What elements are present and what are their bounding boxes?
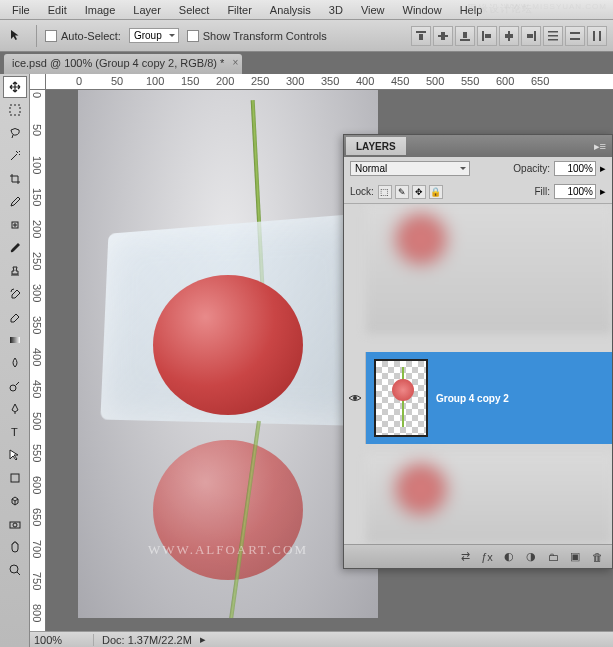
move-tool[interactable]	[3, 76, 27, 98]
align-vcenter-icon[interactable]	[433, 26, 453, 46]
svg-rect-7	[485, 34, 491, 38]
ruler-horizontal[interactable]: 0 50 100 150 200 250 300 350 400 450 500…	[46, 74, 613, 90]
gradient-tool[interactable]	[3, 329, 27, 351]
align-right-icon[interactable]	[521, 26, 541, 46]
3d-tool[interactable]	[3, 490, 27, 512]
layer-style-icon[interactable]: ƒx	[478, 549, 496, 565]
eyedropper-tool[interactable]	[3, 191, 27, 213]
layers-panel: LAYERS ▸≡ Normal Opacity: ▸ Lock: ⬚ ✎ ✥ …	[343, 134, 613, 569]
divider	[36, 25, 37, 47]
layer-row-body[interactable]: Group 4 copy 2	[366, 352, 612, 444]
ruler-tick: 650	[531, 75, 549, 87]
camera-tool[interactable]	[3, 513, 27, 535]
link-layers-icon[interactable]: ⇄	[456, 549, 474, 565]
auto-select-checkbox[interactable]: Auto-Select:	[45, 30, 121, 42]
doc-info-flyout-icon[interactable]: ▸	[200, 633, 206, 646]
align-top-icon[interactable]	[411, 26, 431, 46]
layer-thumbnail[interactable]	[374, 359, 428, 437]
fill-flyout-icon[interactable]: ▸	[600, 185, 606, 198]
svg-rect-14	[548, 39, 558, 41]
opacity-input[interactable]	[554, 161, 596, 176]
layer-row-blurred	[366, 454, 612, 544]
opacity-flyout-icon[interactable]: ▸	[600, 162, 606, 175]
layer-row-blurred	[366, 204, 612, 334]
brush-tool[interactable]	[3, 237, 27, 259]
svg-rect-18	[599, 31, 601, 41]
menu-view[interactable]: View	[353, 2, 393, 18]
layers-panel-tabs: LAYERS ▸≡	[344, 135, 612, 157]
blend-mode-dropdown[interactable]: Normal	[350, 161, 470, 176]
distribute-v-icon[interactable]	[565, 26, 585, 46]
lock-all-icon[interactable]: 🔒	[429, 185, 443, 199]
layer-name[interactable]: Group 4 copy 2	[436, 393, 509, 404]
menu-window[interactable]: Window	[395, 2, 450, 18]
menu-3d[interactable]: 3D	[321, 2, 351, 18]
lock-pixels-icon[interactable]: ✎	[395, 185, 409, 199]
menu-file[interactable]: File	[4, 2, 38, 18]
zoom-tool[interactable]	[3, 559, 27, 581]
layers-tab[interactable]: LAYERS	[346, 137, 406, 155]
ruler-tick: 350	[321, 75, 339, 87]
tool-palette: T	[0, 74, 30, 647]
new-layer-icon[interactable]: ▣	[566, 549, 584, 565]
align-bottom-icon[interactable]	[455, 26, 475, 46]
stamp-tool[interactable]	[3, 260, 27, 282]
document-tab[interactable]: ice.psd @ 100% (Group 4 copy 2, RGB/8) *…	[4, 54, 242, 74]
menu-image[interactable]: Image	[77, 2, 124, 18]
shape-tool[interactable]	[3, 467, 27, 489]
menu-select[interactable]: Select	[171, 2, 218, 18]
menu-filter[interactable]: Filter	[219, 2, 259, 18]
type-tool[interactable]: T	[3, 421, 27, 443]
ruler-vertical[interactable]: 0 50 100 150 200 250 300 350 400 450 500…	[30, 90, 46, 631]
marquee-tool[interactable]	[3, 99, 27, 121]
canvas[interactable]: WWW.ALFOART.COM	[78, 90, 378, 618]
dodge-tool[interactable]	[3, 375, 27, 397]
layer-list[interactable]: Group 4 copy 2	[344, 204, 612, 544]
auto-select-dropdown[interactable]: Group	[129, 28, 179, 43]
delete-layer-icon[interactable]: 🗑	[588, 549, 606, 565]
ruler-tick: 600	[31, 476, 43, 494]
align-hcenter-icon[interactable]	[499, 26, 519, 46]
distribute-top-icon[interactable]	[543, 26, 563, 46]
lock-transparency-icon[interactable]: ⬚	[378, 185, 392, 199]
move-tool-icon[interactable]	[6, 27, 28, 45]
align-left-icon[interactable]	[477, 26, 497, 46]
svg-rect-17	[593, 31, 595, 41]
auto-select-label: Auto-Select:	[61, 30, 121, 42]
status-bar: 100% Doc: 1.37M/22.2M ▸	[30, 631, 613, 647]
adjustment-layer-icon[interactable]: ◑	[522, 549, 540, 565]
menu-edit[interactable]: Edit	[40, 2, 75, 18]
ruler-tick: 350	[31, 316, 43, 334]
zoom-field[interactable]: 100%	[34, 634, 94, 646]
layer-mask-icon[interactable]: ◐	[500, 549, 518, 565]
eraser-tool[interactable]	[3, 306, 27, 328]
wand-tool[interactable]	[3, 145, 27, 167]
layer-group-icon[interactable]: 🗀	[544, 549, 562, 565]
svg-rect-13	[548, 35, 558, 37]
pen-tool[interactable]	[3, 398, 27, 420]
canvas-watermark: WWW.ALFOART.COM	[78, 542, 378, 558]
history-brush-tool[interactable]	[3, 283, 27, 305]
crop-tool[interactable]	[3, 168, 27, 190]
distribute-bottom-icon[interactable]	[587, 26, 607, 46]
show-transform-checkbox[interactable]: Show Transform Controls	[187, 30, 327, 42]
ruler-tick: 700	[31, 540, 43, 558]
lock-position-icon[interactable]: ✥	[412, 185, 426, 199]
layer-row-selected[interactable]: Group 4 copy 2	[344, 352, 612, 444]
panel-menu-icon[interactable]: ▸≡	[594, 140, 606, 153]
menu-layer[interactable]: Layer	[125, 2, 169, 18]
close-tab-icon[interactable]: ×	[232, 57, 238, 68]
layer-visibility-toggle[interactable]	[344, 352, 366, 444]
blur-tool[interactable]	[3, 352, 27, 374]
ruler-tick: 650	[31, 508, 43, 526]
path-tool[interactable]	[3, 444, 27, 466]
fill-input[interactable]	[554, 184, 596, 199]
lasso-tool[interactable]	[3, 122, 27, 144]
hand-tool[interactable]	[3, 536, 27, 558]
healing-tool[interactable]	[3, 214, 27, 236]
svg-text:T: T	[11, 426, 18, 438]
menu-analysis[interactable]: Analysis	[262, 2, 319, 18]
svg-rect-21	[10, 337, 20, 343]
svg-rect-10	[534, 31, 536, 41]
svg-rect-12	[548, 31, 558, 33]
